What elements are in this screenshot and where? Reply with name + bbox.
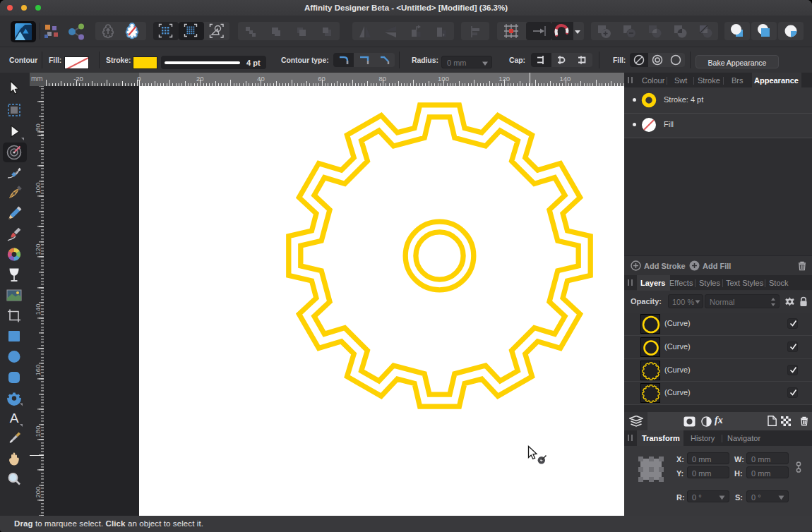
svg-text:A: A bbox=[10, 411, 19, 425]
